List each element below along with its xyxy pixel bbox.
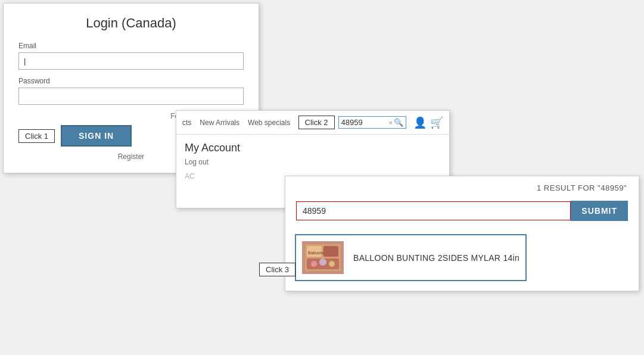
cart-icon[interactable]: 🛒 (430, 116, 443, 129)
account-icon[interactable]: 👤 (413, 116, 427, 129)
svg-text:Balloons: Balloons (308, 251, 324, 255)
login-title: Login (Canada) (18, 15, 244, 31)
product-section: Click 3 Balloons BALLO (285, 229, 639, 291)
nav-links: cts New Arrivals Web specials (182, 119, 291, 127)
log-out-link[interactable]: Log out (185, 158, 441, 166)
results-header: 1 RESULT FOR "48959" (285, 176, 639, 197)
nav-bar: cts New Arrivals Web specials Click 2 × … (176, 111, 449, 135)
password-group: Password (18, 77, 244, 105)
nav-icons: 👤 🛒 (413, 116, 443, 129)
my-account-title: My Account (185, 142, 441, 154)
click3-annotation: Click 3 (259, 263, 295, 276)
password-input[interactable] (18, 88, 244, 105)
results-count-text: 1 RESULT FOR "48959" (537, 183, 627, 192)
email-label: Email (18, 42, 244, 50)
nav-link-new-arrivals[interactable]: New Arrivals (200, 119, 239, 127)
product-image: Balloons (302, 241, 344, 274)
search-input[interactable] (341, 118, 389, 127)
results-search-row: SUBMIT (285, 197, 639, 229)
results-search-input[interactable] (296, 201, 571, 220)
product-name: BALLOON BUNTING 2SIDES MYLAR 14in (353, 253, 519, 263)
product-card[interactable]: Balloons BALLOON BUNTING 2SIDES MYLAR 14… (295, 234, 527, 281)
click2-annotation: Click 2 (298, 116, 335, 129)
svg-point-8 (329, 261, 335, 267)
svg-point-7 (319, 259, 326, 266)
email-group: Email (18, 42, 244, 70)
click1-annotation: Click 1 (18, 129, 55, 143)
svg-point-6 (311, 261, 317, 267)
search-input-wrapper: × 🔍 (338, 116, 406, 129)
submit-button[interactable]: SUBMIT (571, 201, 628, 221)
search-area: Click 2 × 🔍 (298, 116, 406, 129)
nav-link-cts[interactable]: cts (182, 119, 191, 127)
svg-rect-3 (323, 246, 338, 257)
product-thumbnail: Balloons (302, 241, 344, 274)
search-clear-icon[interactable]: × (389, 119, 393, 126)
password-label: Password (18, 77, 244, 85)
nav-link-web-specials[interactable]: Web specials (248, 119, 290, 127)
search-magnifier-icon[interactable]: 🔍 (394, 118, 403, 127)
email-input[interactable] (18, 52, 244, 70)
signin-button[interactable]: SIGN IN (61, 125, 132, 147)
results-window: 1 RESULT FOR "48959" SUBMIT Click 3 Ball… (285, 176, 639, 291)
